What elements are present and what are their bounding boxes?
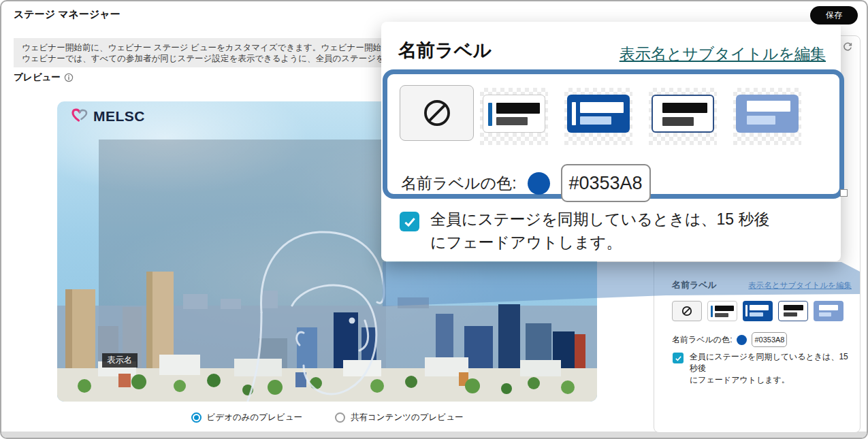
preview-mode-radios: ビデオのみのプレビュー 共有コンテンツのプレビュー bbox=[57, 412, 597, 423]
save-button[interactable]: 保存 bbox=[810, 6, 858, 25]
sidebar-color-swatch[interactable] bbox=[737, 335, 747, 345]
prohibited-icon bbox=[681, 306, 692, 316]
sidebar-label-style-options bbox=[672, 301, 843, 321]
annotation-highlight-box: 名前ラベルの色: bbox=[383, 69, 844, 199]
brand-logo: MELSC bbox=[71, 108, 145, 125]
name-label-popup: 名前ラベル 表示名とサブタイトルを編集 bbox=[381, 22, 841, 261]
popup-label-style-white-outline[interactable] bbox=[649, 88, 717, 145]
popup-color-swatch[interactable] bbox=[528, 172, 550, 195]
sidebar-edit-display-name-link[interactable]: 表示名とサブタイトルを編集 bbox=[748, 280, 852, 291]
sidebar-label-style-translucent[interactable] bbox=[814, 301, 843, 321]
preview-section-label: プレビュー bbox=[14, 71, 74, 84]
brand-name: MELSC bbox=[93, 108, 145, 125]
popup-edit-display-name-link[interactable]: 表示名とサブタイトルを編集 bbox=[620, 44, 826, 65]
sidebar-label-color-row: 名前ラベルの色: bbox=[672, 332, 787, 347]
popup-label-color-label: 名前ラベルの色: bbox=[401, 173, 517, 194]
sidebar-sync-fade-row: 全員にステージを同期しているときは、15 秒後 にフェードアウトします。 bbox=[673, 351, 852, 386]
radio-shared-content[interactable]: 共有コンテンツのプレビュー bbox=[335, 412, 463, 423]
page-title: ステージ マネージャー bbox=[14, 8, 120, 21]
popup-label-style-blue-accent[interactable] bbox=[564, 88, 632, 145]
sidebar-color-hex-input[interactable] bbox=[752, 332, 787, 347]
checkmark-icon bbox=[675, 355, 682, 362]
popup-sync-fade-text: 全員にステージを同期しているときは、15 秒後 にフェードアウトします。 bbox=[430, 208, 769, 254]
sidebar-label-color-label: 名前ラベルの色: bbox=[672, 334, 732, 346]
popup-label-style-white-accent[interactable] bbox=[480, 88, 548, 145]
sidebar-label-style-blue-accent[interactable] bbox=[743, 301, 773, 321]
sidebar-sync-fade-text: 全員にステージを同期しているときは、15 秒後 にフェードアウトします。 bbox=[690, 351, 852, 386]
sidebar-label-style-white-accent[interactable] bbox=[707, 301, 737, 321]
sidebar-label-style-none[interactable] bbox=[672, 301, 702, 321]
annotation-resize-handle[interactable] bbox=[840, 189, 848, 197]
sidebar-name-label-header: 名前ラベル bbox=[672, 279, 717, 291]
refresh-icon[interactable] bbox=[842, 42, 853, 52]
popup-sync-fade-checkbox[interactable] bbox=[400, 212, 419, 231]
prohibited-icon bbox=[422, 98, 452, 128]
popup-label-style-none[interactable] bbox=[400, 85, 474, 141]
info-icon[interactable] bbox=[64, 73, 74, 82]
display-name-tag: 表示名 bbox=[102, 353, 138, 368]
radio-unselected-icon[interactable] bbox=[335, 412, 345, 423]
stage-manager-window: ステージ マネージャー 保存 ウェビナー開始前に、ウェビナー ステージ ビューを… bbox=[0, 0, 868, 439]
popup-sync-fade-row: 全員にステージを同期しているときは、15 秒後 にフェードアウトします。 bbox=[400, 208, 769, 254]
sidebar-label-style-white-outline[interactable] bbox=[778, 301, 808, 321]
checkmark-icon bbox=[403, 215, 417, 229]
radio-selected-icon[interactable] bbox=[191, 412, 202, 423]
popup-name-label-header: 名前ラベル bbox=[398, 38, 492, 63]
heart-logo-icon bbox=[71, 108, 89, 125]
popup-label-color-row: 名前ラベルの色: bbox=[401, 164, 651, 202]
sidebar-sync-fade-checkbox[interactable] bbox=[673, 353, 684, 363]
popup-label-style-translucent[interactable] bbox=[733, 88, 801, 145]
radio-video-only[interactable]: ビデオのみのプレビュー bbox=[191, 412, 302, 423]
popup-color-hex-input[interactable] bbox=[561, 164, 651, 202]
